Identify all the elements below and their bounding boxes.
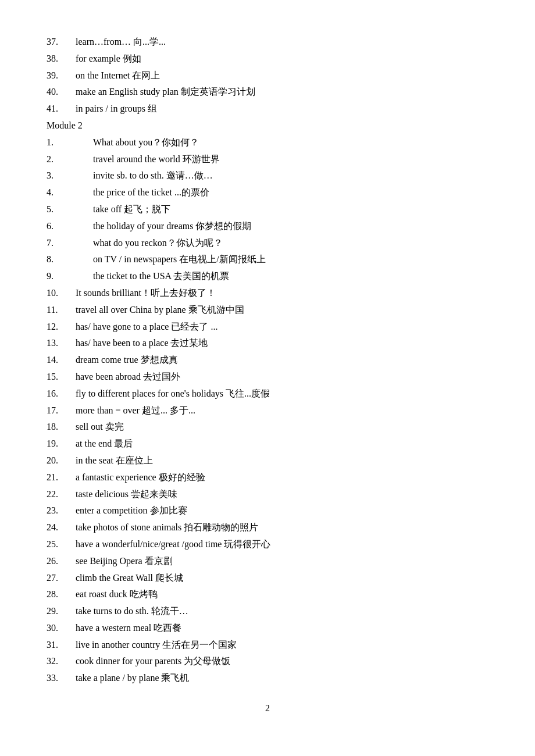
- list-item: 17. more than = over 超过... 多于...: [47, 404, 488, 418]
- item-text: travel all over China by plane 乘飞机游中国: [76, 303, 488, 318]
- item-text: have a western meal 吃西餐: [76, 621, 488, 636]
- item-text: see Beijing Opera 看京剧: [76, 554, 488, 569]
- item-text: the ticket to the USA 去美国的机票: [93, 269, 488, 284]
- list-item: 5. take off 起飞；脱下: [47, 202, 488, 217]
- item-text: take photos of stone animals 拍石雕动物的照片: [76, 520, 488, 535]
- module-header: Module 2: [47, 119, 488, 133]
- item-number: 40.: [47, 85, 76, 99]
- item-number: 5.: [47, 202, 93, 217]
- item-number: 27.: [47, 571, 76, 586]
- list-item: 20. in the seat 在座位上: [47, 454, 488, 468]
- item-text: what do you reckon？你认为呢？: [93, 236, 488, 251]
- list-item: 16. fly to different places for one's ho…: [47, 387, 488, 401]
- item-text: have a wonderful/nice/great /good time 玩…: [76, 537, 488, 552]
- list-item: 22. taste delicious 尝起来美味: [47, 487, 488, 502]
- item-number: 1.: [47, 135, 93, 150]
- item-number: 25.: [47, 537, 76, 552]
- list-item: 41. in pairs / in groups 组: [47, 102, 488, 116]
- list-item: 2. travel around the world 环游世界: [47, 152, 488, 167]
- item-text: travel around the world 环游世界: [93, 152, 488, 167]
- list-item: 33. take a plane / by plane 乘飞机: [47, 671, 488, 686]
- list-item: 8. on TV / in newspapers 在电视上/新闻报纸上: [47, 252, 488, 267]
- item-text: has/ have gone to a place 已经去了 ...: [76, 320, 488, 334]
- item-number: 17.: [47, 404, 76, 418]
- item-text: at the end 最后: [76, 437, 488, 451]
- list-item: 4. the price of the ticket ...的票价: [47, 186, 488, 200]
- item-text: It sounds brilliant！听上去好极了！: [76, 286, 488, 301]
- list-item: 38. for example 例如: [47, 52, 488, 66]
- item-number: 13.: [47, 336, 76, 351]
- list-item: 32. cook dinner for your parents 为父母做饭: [47, 654, 488, 669]
- list-item: 3. invite sb. to do sth. 邀请…做…: [47, 169, 488, 183]
- item-number: 29.: [47, 604, 76, 619]
- item-number: 18.: [47, 420, 76, 434]
- item-number: 23.: [47, 504, 76, 518]
- list-item: 28. eat roast duck 吃烤鸭: [47, 587, 488, 602]
- page-number: 2: [47, 703, 488, 714]
- list-item: 26. see Beijing Opera 看京剧: [47, 554, 488, 569]
- item-text: enter a competition 参加比赛: [76, 504, 488, 518]
- list-item: 27. climb the Great Wall 爬长城: [47, 571, 488, 586]
- item-text: take turns to do sth. 轮流干…: [76, 604, 488, 619]
- list-item: 40. make an English study plan 制定英语学习计划: [47, 85, 488, 99]
- list-item: 18. sell out 卖完: [47, 420, 488, 434]
- item-text: learn…from… 向...学...: [76, 35, 488, 49]
- item-number: 32.: [47, 654, 76, 669]
- item-text: in the seat 在座位上: [76, 454, 488, 468]
- list-item: 6. the holiday of your dreams 你梦想的假期: [47, 219, 488, 234]
- item-text: taste delicious 尝起来美味: [76, 487, 488, 502]
- list-item: 23. enter a competition 参加比赛: [47, 504, 488, 518]
- item-text: in pairs / in groups 组: [76, 102, 488, 116]
- item-text: a fantastic experience 极好的经验: [76, 470, 488, 485]
- item-text: have been abroad 去过国外: [76, 370, 488, 384]
- item-number: 26.: [47, 554, 76, 569]
- item-number: 41.: [47, 102, 76, 116]
- item-number: 12.: [47, 320, 76, 334]
- list-item: 14. dream come true 梦想成真: [47, 353, 488, 368]
- item-number: 3.: [47, 169, 93, 183]
- item-text: more than = over 超过... 多于...: [76, 404, 488, 418]
- item-text: eat roast duck 吃烤鸭: [76, 587, 488, 602]
- item-number: 38.: [47, 52, 76, 66]
- list-item: 37. learn…from… 向...学...: [47, 35, 488, 49]
- list-item: 9. the ticket to the USA 去美国的机票: [47, 269, 488, 284]
- list-item: 29. take turns to do sth. 轮流干…: [47, 604, 488, 619]
- item-number: 7.: [47, 236, 93, 251]
- list-item: 11. travel all over China by plane 乘飞机游中…: [47, 303, 488, 318]
- item-text: has/ have been to a place 去过某地: [76, 336, 488, 351]
- item-text: take a plane / by plane 乘飞机: [76, 671, 488, 686]
- item-text: live in another country 生活在另一个国家: [76, 638, 488, 652]
- list-item: 24. take photos of stone animals 拍石雕动物的照…: [47, 520, 488, 535]
- item-number: 19.: [47, 437, 76, 451]
- item-text: sell out 卖完: [76, 420, 488, 434]
- page-content: 37. learn…from… 向...学... 38. for example…: [47, 35, 488, 714]
- item-number: 2.: [47, 152, 93, 167]
- list-item: 7. what do you reckon？你认为呢？: [47, 236, 488, 251]
- list-item: 25. have a wonderful/nice/great /good ti…: [47, 537, 488, 552]
- list-item: 15. have been abroad 去过国外: [47, 370, 488, 384]
- item-text: the price of the ticket ...的票价: [93, 186, 488, 200]
- item-text: on the Internet 在网上: [76, 69, 488, 83]
- item-number: 37.: [47, 35, 76, 49]
- item-text: for example 例如: [76, 52, 488, 66]
- list-item: 10. It sounds brilliant！听上去好极了！: [47, 286, 488, 301]
- list-item: 13. has/ have been to a place 去过某地: [47, 336, 488, 351]
- item-text: make an English study plan 制定英语学习计划: [76, 85, 488, 99]
- item-number: 21.: [47, 470, 76, 485]
- item-number: 9.: [47, 269, 93, 284]
- list-item: 21. a fantastic experience 极好的经验: [47, 470, 488, 485]
- item-text: climb the Great Wall 爬长城: [76, 571, 488, 586]
- item-number: 30.: [47, 621, 76, 636]
- item-number: 31.: [47, 638, 76, 652]
- item-text: the holiday of your dreams 你梦想的假期: [93, 219, 488, 234]
- item-number: 11.: [47, 303, 76, 318]
- item-text: fly to different places for one's holida…: [76, 387, 488, 401]
- item-number: 16.: [47, 387, 76, 401]
- module2-list: 1. What about you？你如何？ 2. travel around …: [47, 135, 488, 686]
- item-text: on TV / in newspapers 在电视上/新闻报纸上: [93, 252, 488, 267]
- section1-list: 37. learn…from… 向...学... 38. for example…: [47, 35, 488, 116]
- list-item: 1. What about you？你如何？: [47, 135, 488, 150]
- item-text: invite sb. to do sth. 邀请…做…: [93, 169, 488, 183]
- item-number: 10.: [47, 286, 76, 301]
- item-text: What about you？你如何？: [93, 135, 488, 150]
